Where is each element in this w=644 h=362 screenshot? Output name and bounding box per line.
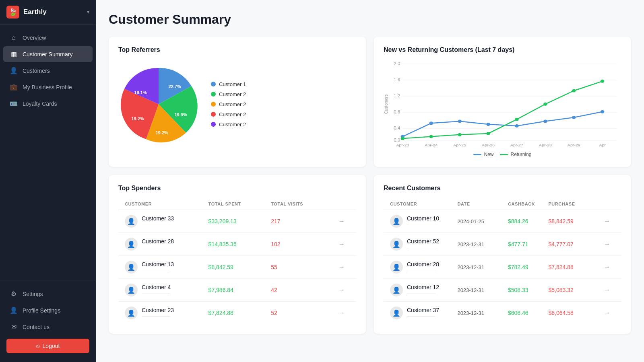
svg-point-26: [429, 121, 433, 125]
top-referrers-title: Top Referrers: [118, 46, 356, 53]
line-chart-title: New vs Returning Customers (Last 7 days): [384, 46, 621, 53]
date: 2023-12-31: [457, 264, 508, 270]
legend-label: Customer 2: [219, 91, 246, 97]
row-arrow-button[interactable]: →: [334, 309, 350, 317]
svg-text:2.0: 2.0: [394, 62, 400, 66]
svg-point-33: [401, 137, 405, 140]
new-vs-returning-card: New vs Returning Customers (Last 7 days)…: [374, 37, 631, 167]
cashback: $477.71: [508, 241, 548, 247]
chevron-down-icon: ▾: [87, 9, 89, 15]
row-arrow-button[interactable]: →: [334, 286, 350, 294]
dashboard-grid: Top Referrers: [109, 37, 631, 334]
svg-point-34: [429, 135, 433, 138]
customer-name: Customer 4: [142, 284, 171, 290]
svg-text:Apr-25: Apr-25: [453, 143, 466, 147]
recent-customers-header: CUSTOMER DATE CASHBACK PURCHASE: [384, 198, 621, 210]
sidebar-logo[interactable]: 🍃 Earthly ▾: [0, 0, 96, 25]
loyalty-cards-icon: 🪪: [10, 100, 18, 107]
customer-info: Customer 23 ─────────: [142, 307, 174, 319]
recent-customers-title: Recent Customers: [384, 185, 621, 192]
sidebar-item-settings[interactable]: ⚙ Settings: [3, 286, 93, 302]
total-spent: $33,209.13: [208, 218, 271, 224]
customer-sub: ─────────: [142, 268, 174, 273]
customer-cell: 👤 Customer 37 ─────────: [390, 306, 457, 319]
row-arrow-button[interactable]: →: [334, 241, 350, 248]
sidebar-item-profile-settings[interactable]: 👤 Profile Settings: [3, 302, 93, 318]
avatar: 👤: [390, 261, 403, 274]
legend-dot: [211, 122, 216, 127]
customer-cell: 👤 Customer 33 ─────────: [125, 215, 208, 228]
row-arrow-button[interactable]: →: [599, 263, 615, 271]
svg-text:1.2: 1.2: [394, 94, 400, 98]
table-row: 👤 Customer 28 ───────── 2023-12-31 $782.…: [384, 255, 621, 278]
svg-text:Apr-26: Apr-26: [482, 143, 495, 147]
row-arrow-button[interactable]: →: [334, 263, 350, 271]
table-row: 👤 Customer 28 ───────── $14,835.35 102 →: [118, 232, 356, 255]
recent-customers-card: Recent Customers CUSTOMER DATE CASHBACK …: [374, 175, 631, 334]
purchase: $5,083.32: [548, 287, 599, 293]
row-arrow-button[interactable]: →: [599, 241, 615, 248]
customer-info: Customer 28 ─────────: [142, 238, 174, 250]
col-cashback: CASHBACK: [508, 202, 548, 206]
customer-cell: 👤 Customer 28 ─────────: [390, 261, 457, 274]
row-arrow-button[interactable]: →: [334, 218, 350, 225]
legend-dot: [211, 102, 216, 107]
row-arrow-button[interactable]: →: [599, 218, 615, 225]
total-visits: 42: [271, 287, 334, 293]
svg-point-36: [486, 132, 490, 135]
customer-name: Customer 28: [142, 238, 174, 245]
sidebar: 🍃 Earthly ▾ ⌂ Overview ▦ Customer Summar…: [0, 0, 96, 362]
customer-name: Customer 12: [407, 284, 439, 290]
date: 2023-12-31: [457, 310, 508, 316]
avatar: 👤: [390, 284, 403, 296]
sidebar-item-my-business-profile[interactable]: 💼 My Business Profile: [3, 79, 93, 95]
col-total-spent: TOTAL SPENT: [208, 202, 271, 206]
svg-text:0.8: 0.8: [394, 110, 400, 114]
legend-item: Customer 2: [211, 121, 246, 128]
cashback: $508.33: [508, 287, 548, 293]
customer-info: Customer 28 ─────────: [407, 261, 439, 273]
legend-line: [500, 154, 508, 155]
table-row: 👤 Customer 37 ───────── 2023-12-31 $606.…: [384, 301, 621, 324]
sidebar-item-customer-summary[interactable]: ▦ Customer Summary: [3, 46, 93, 62]
table-row: 👤 Customer 13 ───────── $8,842.59 55 →: [118, 255, 356, 278]
customer-sub: ─────────: [142, 291, 171, 296]
app-name: Earthly: [23, 8, 47, 16]
table-row: 👤 Customer 33 ───────── $33,209.13 217 →: [118, 210, 356, 232]
col-customer: CUSTOMER: [125, 202, 208, 206]
page-title: Customer Summary: [109, 12, 631, 27]
avatar: 👤: [390, 215, 403, 228]
sidebar-item-loyalty-cards[interactable]: 🪪 Loyalty Cards: [3, 96, 93, 111]
svg-text:19.2%: 19.2%: [155, 130, 168, 135]
svg-point-27: [458, 120, 461, 123]
overview-icon: ⌂: [10, 34, 18, 41]
sidebar-item-contact-us[interactable]: ✉ Contact us: [3, 319, 93, 335]
customer-info: Customer 37 ─────────: [407, 307, 439, 319]
customer-info: Customer 52 ─────────: [407, 238, 439, 250]
svg-text:Apr-24: Apr-24: [425, 143, 438, 147]
settings-icon: ⚙: [10, 290, 18, 298]
row-arrow-button[interactable]: →: [599, 309, 615, 317]
customer-sub: ─────────: [407, 222, 439, 227]
pie-container: 22.7% 19.9% 19.2% 19.2% 19.1% Customer 1…: [118, 60, 356, 148]
customer-info: Customer 33 ─────────: [142, 215, 174, 227]
customer-sub: ─────────: [407, 268, 439, 273]
table-row: 👤 Customer 4 ───────── $7,986.84 42 →: [118, 278, 356, 301]
row-arrow-button[interactable]: →: [599, 286, 615, 294]
total-spent: $8,842.59: [208, 264, 271, 270]
logout-button[interactable]: ⎋ Logout: [6, 339, 89, 353]
customer-name: Customer 28: [407, 261, 439, 267]
sidebar-item-customers[interactable]: 👤 Customers: [3, 63, 93, 78]
pie-chart: 22.7% 19.9% 19.2% 19.2% 19.1%: [118, 64, 199, 144]
chart-legend-item: New: [473, 152, 493, 157]
table-row: 👤 Customer 52 ───────── 2023-12-31 $477.…: [384, 232, 621, 255]
sidebar-item-label: Customer Summary: [23, 51, 72, 58]
legend-label: Customer 2: [219, 101, 246, 107]
logout-label: Logout: [43, 343, 60, 349]
legend-label: Customer 2: [219, 111, 246, 117]
customer-cell: 👤 Customer 13 ─────────: [125, 261, 208, 274]
svg-point-35: [458, 133, 461, 136]
purchase: $7,824.88: [548, 264, 599, 270]
sidebar-item-overview[interactable]: ⌂ Overview: [3, 30, 93, 45]
customer-name: Customer 13: [142, 261, 174, 267]
